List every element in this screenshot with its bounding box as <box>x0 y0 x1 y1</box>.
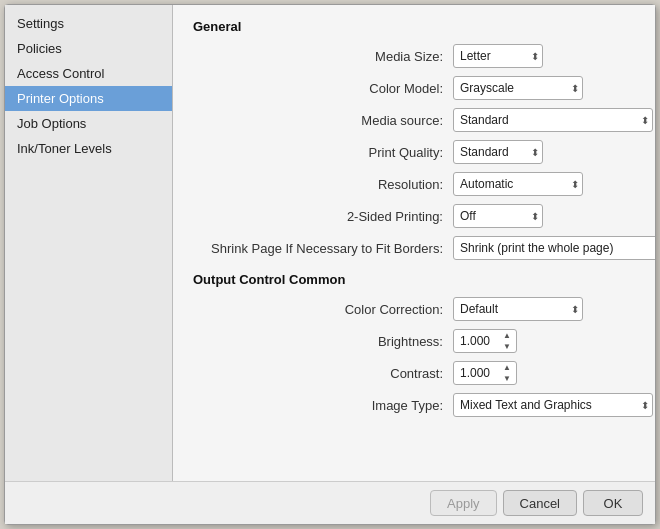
cancel-button[interactable]: Cancel <box>503 490 577 516</box>
general-section-title: General <box>193 19 635 34</box>
contrast-label: Contrast: <box>193 366 453 381</box>
image-type-control: Mixed Text and Graphics Text Graphics Ph… <box>453 393 653 417</box>
color-model-select[interactable]: Grayscale RGB CMYK <box>453 76 583 100</box>
shrink-page-label: Shrink Page If Necessary to Fit Borders: <box>193 241 453 256</box>
dialog-body: Settings Policies Access Control Printer… <box>5 5 655 481</box>
image-type-label: Image Type: <box>193 398 453 413</box>
color-correction-select[interactable]: Default Automatic Manual <box>453 297 583 321</box>
image-type-select-wrapper: Mixed Text and Graphics Text Graphics Ph… <box>453 393 653 417</box>
sidebar-item-settings[interactable]: Settings <box>5 11 172 36</box>
sidebar-item-ink-toner[interactable]: Ink/Toner Levels <box>5 136 172 161</box>
two-sided-label: 2-Sided Printing: <box>193 209 453 224</box>
image-type-select[interactable]: Mixed Text and Graphics Text Graphics Ph… <box>453 393 653 417</box>
shrink-page-control: Shrink (print the whole page) No Shrink … <box>453 236 655 260</box>
image-type-row: Image Type: Mixed Text and Graphics Text… <box>193 393 635 417</box>
brightness-spinner-wrapper: ▲ ▼ <box>453 329 517 353</box>
media-size-select[interactable]: Letter A4 Legal Tabloid <box>453 44 543 68</box>
shrink-page-select[interactable]: Shrink (print the whole page) No Shrink … <box>453 236 655 260</box>
color-correction-row: Color Correction: Default Automatic Manu… <box>193 297 635 321</box>
media-size-label: Media Size: <box>193 49 453 64</box>
print-quality-control: Standard Draft High <box>453 140 543 164</box>
contrast-spinner-buttons: ▲ ▼ <box>499 362 515 384</box>
print-quality-select-wrapper: Standard Draft High <box>453 140 543 164</box>
sidebar-item-access-control[interactable]: Access Control <box>5 61 172 86</box>
color-correction-select-wrapper: Default Automatic Manual <box>453 297 583 321</box>
resolution-control: Automatic 300 dpi 600 dpi 1200 dpi <box>453 172 583 196</box>
resolution-select[interactable]: Automatic 300 dpi 600 dpi 1200 dpi <box>453 172 583 196</box>
shrink-page-select-wrapper: Shrink (print the whole page) No Shrink … <box>453 236 655 260</box>
color-correction-control: Default Automatic Manual <box>453 297 583 321</box>
printer-properties-dialog: Settings Policies Access Control Printer… <box>4 4 656 525</box>
media-size-row: Media Size: Letter A4 Legal Tabloid <box>193 44 635 68</box>
media-source-label: Media source: <box>193 113 453 128</box>
sidebar: Settings Policies Access Control Printer… <box>5 5 173 481</box>
brightness-row: Brightness: ▲ ▼ <box>193 329 635 353</box>
print-quality-select[interactable]: Standard Draft High <box>453 140 543 164</box>
resolution-select-wrapper: Automatic 300 dpi 600 dpi 1200 dpi <box>453 172 583 196</box>
brightness-control: ▲ ▼ <box>453 329 517 353</box>
media-source-select-wrapper: Standard Tray 1 Tray 2 Manual <box>453 108 653 132</box>
ok-button[interactable]: OK <box>583 490 643 516</box>
contrast-spinner-wrapper: ▲ ▼ <box>453 361 517 385</box>
brightness-spinner-buttons: ▲ ▼ <box>499 330 515 352</box>
shrink-page-row: Shrink Page If Necessary to Fit Borders:… <box>193 236 635 260</box>
two-sided-select[interactable]: Off Long Edge Short Edge <box>453 204 543 228</box>
sidebar-item-job-options[interactable]: Job Options <box>5 111 172 136</box>
apply-button[interactable]: Apply <box>430 490 497 516</box>
color-model-row: Color Model: Grayscale RGB CMYK <box>193 76 635 100</box>
color-model-control: Grayscale RGB CMYK <box>453 76 583 100</box>
contrast-control: ▲ ▼ <box>453 361 517 385</box>
media-source-control: Standard Tray 1 Tray 2 Manual <box>453 108 653 132</box>
media-size-select-wrapper: Letter A4 Legal Tabloid <box>453 44 543 68</box>
color-model-label: Color Model: <box>193 81 453 96</box>
color-model-select-wrapper: Grayscale RGB CMYK <box>453 76 583 100</box>
sidebar-item-printer-options[interactable]: Printer Options <box>5 86 172 111</box>
output-control-section-title: Output Control Common <box>193 272 635 287</box>
contrast-down-button[interactable]: ▼ <box>499 373 515 384</box>
print-quality-row: Print Quality: Standard Draft High <box>193 140 635 164</box>
two-sided-select-wrapper: Off Long Edge Short Edge <box>453 204 543 228</box>
media-size-control: Letter A4 Legal Tabloid <box>453 44 543 68</box>
brightness-down-button[interactable]: ▼ <box>499 341 515 352</box>
resolution-row: Resolution: Automatic 300 dpi 600 dpi 12… <box>193 172 635 196</box>
two-sided-control: Off Long Edge Short Edge <box>453 204 543 228</box>
color-correction-label: Color Correction: <box>193 302 453 317</box>
sidebar-item-policies[interactable]: Policies <box>5 36 172 61</box>
contrast-up-button[interactable]: ▲ <box>499 362 515 373</box>
contrast-row: Contrast: ▲ ▼ <box>193 361 635 385</box>
media-source-row: Media source: Standard Tray 1 Tray 2 Man… <box>193 108 635 132</box>
resolution-label: Resolution: <box>193 177 453 192</box>
brightness-label: Brightness: <box>193 334 453 349</box>
media-source-select[interactable]: Standard Tray 1 Tray 2 Manual <box>453 108 653 132</box>
two-sided-row: 2-Sided Printing: Off Long Edge Short Ed… <box>193 204 635 228</box>
main-content: General Media Size: Letter A4 Legal Tabl… <box>173 5 655 481</box>
brightness-up-button[interactable]: ▲ <box>499 330 515 341</box>
print-quality-label: Print Quality: <box>193 145 453 160</box>
dialog-footer: Apply Cancel OK <box>5 481 655 524</box>
